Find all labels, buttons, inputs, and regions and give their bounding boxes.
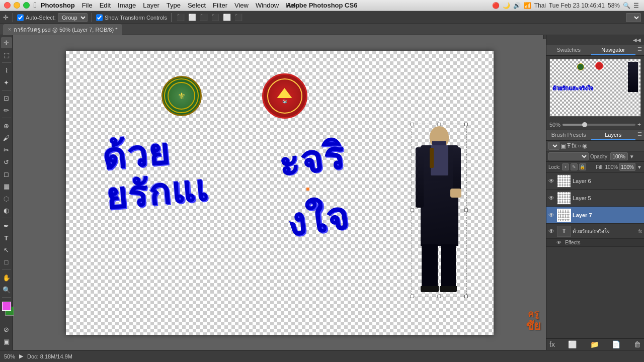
ps-top-toolbar: ✛ Auto-Select: Group Layer Show Transfor… <box>0 11 644 24</box>
align-right-icon[interactable]: ⬛ <box>199 14 209 21</box>
tab-layers[interactable]: Layers <box>591 130 636 140</box>
right-panel: ◀◀ Swatches Navigator ☰ ด้วยรักแสะจริงใจ <box>546 35 644 350</box>
menu-photoshop[interactable]: Photoshop <box>41 2 75 9</box>
hand-tool[interactable]: ✋ <box>1 272 12 283</box>
menu-layer[interactable]: Layer <box>143 2 159 9</box>
quick-mask-mode[interactable]: ⊘ <box>1 324 12 335</box>
close-tab-icon[interactable]: × <box>8 27 11 32</box>
lock-all-icon[interactable]: 🔒 <box>579 163 586 170</box>
zoom-slider-thumb[interactable] <box>582 122 587 127</box>
add-style-icon[interactable]: fx <box>549 340 555 348</box>
menu-filter[interactable]: Filter <box>213 2 227 9</box>
effects-visibility-icon[interactable]: 👁 <box>556 240 564 245</box>
lasso-tool[interactable]: ⌇ <box>1 65 12 76</box>
path-selection-tool[interactable]: ↖ <box>1 244 12 255</box>
lock-pixels-icon[interactable]: ▪ <box>562 163 569 170</box>
brush-tool[interactable]: 🖌 <box>1 132 12 143</box>
menu-file[interactable]: File <box>82 2 93 9</box>
align-bottom-icon[interactable]: ⬛ <box>233 14 244 21</box>
menu-window[interactable]: Window <box>256 2 279 9</box>
zoom-in-icon[interactable]: + <box>637 121 641 128</box>
clone-stamp-tool[interactable]: ✂ <box>1 144 12 155</box>
collapse-left-icon[interactable]: ◀◀ <box>632 36 642 44</box>
text-layer-visibility-icon[interactable]: 👁 <box>548 228 555 235</box>
marquee-tool[interactable]: ⬚ <box>1 49 12 60</box>
align-left-icon[interactable]: ⬛ <box>176 14 186 21</box>
opacity-arrow[interactable]: ▼ <box>629 154 634 159</box>
history-brush-tool[interactable]: ↺ <box>1 156 12 167</box>
filter-type-icon[interactable]: Ŧ <box>567 142 571 149</box>
tab-brush-presets[interactable]: Brush Presets <box>546 130 591 140</box>
apple-menu[interactable]:  <box>34 1 37 10</box>
workspace-selector[interactable]: Painting <box>626 13 641 22</box>
fill-input[interactable] <box>619 163 635 171</box>
crop-tool[interactable]: ⊡ <box>1 93 12 104</box>
healing-brush-tool[interactable]: ⊕ <box>1 120 12 131</box>
gradient-tool[interactable]: ▦ <box>1 180 12 192</box>
filter-fx-icon[interactable]: fx <box>572 142 576 149</box>
close-button[interactable] <box>4 2 11 9</box>
move-tool[interactable]: ✛ <box>1 37 12 48</box>
layer-item-text[interactable]: 👁 T ด้วยรักแสะจริงใจ fx <box>546 224 644 239</box>
search-icon[interactable]: 🔍 <box>623 2 630 9</box>
zoom-tool[interactable]: 🔍 <box>1 284 12 295</box>
menu-edit[interactable]: Edit <box>100 2 111 9</box>
add-mask-icon[interactable]: ⬜ <box>568 340 577 348</box>
new-layer-icon[interactable]: 📄 <box>612 340 620 348</box>
layer-item-6[interactable]: 👁 Layer 6 <box>546 172 644 190</box>
tool-sep-6 <box>2 297 11 298</box>
filter-color-icon[interactable]: ◉ <box>582 142 587 149</box>
layer5-visibility-icon[interactable]: 👁 <box>548 195 555 202</box>
align-center-icon[interactable]: ⬜ <box>187 14 197 21</box>
autoselect-mode[interactable]: Group Layer <box>58 13 88 22</box>
layer-item-5[interactable]: 👁 Layer 5 <box>546 190 644 207</box>
layer6-name: Layer 6 <box>573 178 642 184</box>
filter-pixel-icon[interactable]: ▣ <box>560 142 566 149</box>
autoselect-checkbox[interactable] <box>17 13 24 22</box>
screen-mode[interactable]: ▣ <box>1 336 12 347</box>
layer-item-7[interactable]: 👁 Layer 7 <box>546 207 644 224</box>
effects-item[interactable]: 👁 Effects <box>546 239 644 247</box>
layer6-visibility-icon[interactable]: 👁 <box>548 177 555 185</box>
status-arrow[interactable]: ▶ <box>19 353 23 359</box>
show-transform-checkbox[interactable] <box>96 13 103 22</box>
blend-mode-select[interactable]: Normal <box>548 152 589 160</box>
pen-tool[interactable]: ✒ <box>1 220 12 231</box>
foreground-color[interactable] <box>2 302 11 311</box>
menu-select[interactable]: Select <box>188 2 206 9</box>
filter-mask-icon[interactable]: ○ <box>578 142 581 149</box>
eraser-tool[interactable]: ◻ <box>1 168 12 179</box>
magic-wand-tool[interactable]: ✦ <box>1 77 12 88</box>
blur-tool[interactable]: ◌ <box>1 193 12 204</box>
align-middle-icon[interactable]: ⬜ <box>222 14 232 21</box>
layer7-visibility-icon[interactable]: 👁 <box>548 212 555 219</box>
move-tool-icon[interactable]: ✛ <box>3 14 9 21</box>
tool-sep-4 <box>2 218 11 218</box>
lock-position-icon[interactable]: ✎ <box>571 163 578 170</box>
align-top-icon[interactable]: ⬛ <box>210 14 220 21</box>
canvas-area[interactable]: ⚜ 📚 ด้วยยรักแเ <box>13 35 546 350</box>
layers-panel-menu-icon[interactable]: ☰ <box>635 130 644 140</box>
menu-image[interactable]: Image <box>118 2 136 9</box>
shape-tool[interactable]: □ <box>1 256 12 267</box>
fx-label[interactable]: fx <box>638 229 642 234</box>
menu-view[interactable]: View <box>234 2 249 9</box>
eyedropper-tool[interactable]: ✏ <box>1 105 12 116</box>
type-tool[interactable]: T <box>1 232 12 243</box>
layer-filter-select[interactable]: Kind <box>548 142 559 150</box>
delete-layer-icon[interactable]: 🗑 <box>634 340 641 348</box>
datetime: Tue Feb 23 10:46:41 <box>549 2 605 9</box>
opacity-input[interactable] <box>610 152 628 160</box>
menu-icon[interactable]: ☰ <box>633 2 639 9</box>
tab-navigator[interactable]: Navigator <box>591 45 636 55</box>
zoom-slider[interactable] <box>562 124 635 126</box>
dodge-tool[interactable]: ◐ <box>1 205 12 216</box>
minimize-button[interactable] <box>14 2 20 9</box>
fill-arrow[interactable]: ▼ <box>637 164 642 170</box>
tab-swatches[interactable]: Swatches <box>546 45 591 55</box>
document-tab[interactable]: × การ์ดวันครู.psd @ 50% (Layer 7, RGB/8)… <box>3 24 122 35</box>
new-group-icon[interactable]: 📁 <box>590 340 599 348</box>
panel-menu-icon[interactable]: ☰ <box>635 45 644 55</box>
menu-type[interactable]: Type <box>167 2 181 9</box>
maximize-button[interactable] <box>23 2 30 9</box>
